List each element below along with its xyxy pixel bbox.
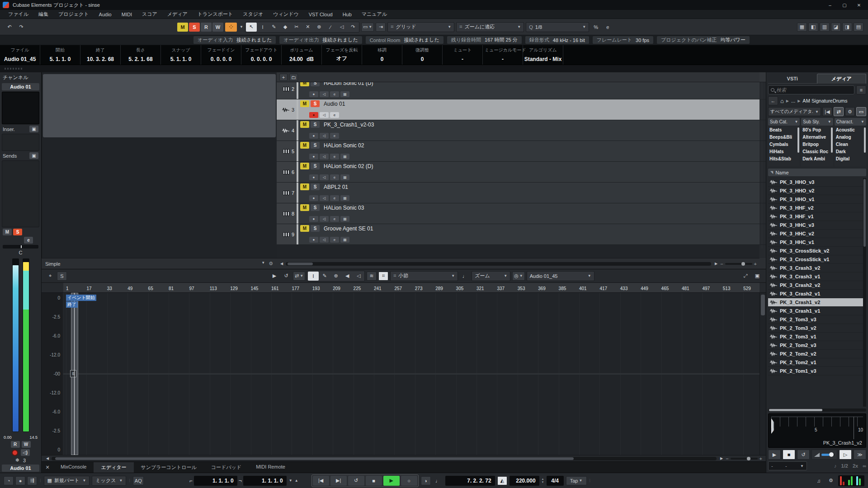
pan-value[interactable]: C xyxy=(2,250,39,255)
media-file-row[interactable]: PK_2_Tom1_v3 xyxy=(768,367,866,375)
track-row[interactable]: 7 M S ABPL2 01 ● xyxy=(277,183,760,203)
menu-item[interactable]: トランスポート xyxy=(193,10,238,19)
lower-zone-tab[interactable]: MixConsole xyxy=(53,462,94,473)
status-item[interactable]: Control Room 接続されました xyxy=(366,36,443,44)
channel-name-button[interactable]: Audio 01 xyxy=(2,465,39,472)
zoom-out-icon[interactable]: − xyxy=(720,261,723,267)
track-solo-button[interactable]: S xyxy=(311,204,320,211)
transport-mode-icon[interactable]: ⇶ xyxy=(27,476,37,485)
tool-button[interactable]: ↖ xyxy=(246,23,257,32)
transport-button[interactable]: ○ xyxy=(401,476,417,486)
info-field[interactable]: フェーズを反転 オフ xyxy=(322,45,362,65)
tool-button[interactable]: ⊕ xyxy=(314,23,325,32)
preroll-icon[interactable]: ◑ xyxy=(421,476,431,485)
zoom-in-icon[interactable]: + xyxy=(754,261,757,267)
breadcrumb-ellipsis[interactable]: ... xyxy=(791,98,795,103)
project-vertical-scrollbar[interactable] xyxy=(42,72,277,258)
transport-setup-icon[interactable]: ⚙ xyxy=(826,476,836,485)
scrollbar-thumb[interactable] xyxy=(43,74,276,137)
tool-button[interactable]: ✕ xyxy=(302,23,313,32)
track-mute-button[interactable]: M xyxy=(300,142,309,149)
automation-button[interactable]: S xyxy=(189,23,200,32)
tape-icon[interactable]: ∞ xyxy=(863,463,866,469)
iterative-quantize-icon[interactable]: % xyxy=(591,23,601,32)
snap-type-dropdown[interactable]: ⌗ グリッド ▼ xyxy=(387,22,454,32)
track-solo-button[interactable]: S xyxy=(311,142,320,149)
lower-zone-tab[interactable]: エディター xyxy=(94,462,133,473)
media-file-row[interactable]: PK_2_Tom3_v1 xyxy=(768,333,866,341)
mini-scrollbar[interactable] xyxy=(864,127,866,153)
track-monitor-button[interactable]: ◁ xyxy=(320,174,329,180)
preview-stop-button[interactable]: ■ xyxy=(783,450,795,460)
punch-out-icon[interactable]: ▲ xyxy=(295,479,298,483)
editor-tool-button[interactable]: ✎ xyxy=(319,272,330,281)
track-solo-button[interactable]: S xyxy=(311,225,320,232)
filter-column-header[interactable]: Sub Sty.▼ xyxy=(801,118,833,126)
channel-solo-button[interactable]: S xyxy=(13,229,22,235)
info-field[interactable]: スナップ 5. 1. 1. 0 xyxy=(161,45,201,65)
midi-activity-icon[interactable]: ♫ xyxy=(814,476,824,485)
media-file-row[interactable]: PK_3_Crash3_v1 xyxy=(768,272,866,281)
media-file-row[interactable]: PK_2_Tom2_v2 xyxy=(768,350,866,358)
sends-panel[interactable] xyxy=(2,160,39,227)
right-locator-value[interactable]: 1. 1. 1. 0 xyxy=(243,476,287,486)
track-solo-button[interactable]: S xyxy=(311,100,320,107)
tap-tempo-button[interactable]: Tap▼ xyxy=(566,476,587,485)
autoplay-button[interactable]: ▷ xyxy=(839,450,852,460)
zone-toggle-icon[interactable]: ▥ xyxy=(820,23,830,32)
position-display[interactable]: 7. 2. 2. 72 xyxy=(445,476,495,486)
editor-tool-button[interactable]: I xyxy=(308,272,319,281)
info-field[interactable]: ボリューム 24.00dB xyxy=(282,45,322,65)
filter-action-icon[interactable]: ⇄ xyxy=(834,107,844,116)
tool-button[interactable]: ◆ xyxy=(280,23,291,32)
transport-button[interactable]: ▶ xyxy=(383,476,400,486)
info-field[interactable]: ミュート - xyxy=(443,45,483,65)
lower-zone-tab[interactable]: サンプラーコントロール xyxy=(134,462,204,473)
info-field[interactable]: アルゴリズム Standard - Mix xyxy=(523,45,563,65)
status-item[interactable]: 録音形式 48 kHz - 16 bit xyxy=(525,36,589,44)
menu-item[interactable]: Audio xyxy=(94,11,116,18)
track-row[interactable]: 4 M S PK_3_Crash1_v2-03 ● xyxy=(277,120,760,141)
info-field[interactable]: 開始 5. 1. 1. 0 xyxy=(40,45,80,65)
list-view-icon[interactable]: ≡ xyxy=(856,85,866,94)
monitor-button[interactable]: ◁) xyxy=(21,449,30,456)
status-item[interactable]: オーディオ出力 接続されました xyxy=(279,36,362,44)
zone-toggle-icon[interactable]: ◨ xyxy=(842,23,852,32)
editor-tool-button[interactable]: ◁ xyxy=(353,272,364,281)
track-row[interactable]: 3 M S Audio 01 ● xyxy=(277,99,760,120)
filter-item[interactable]: Alternative xyxy=(801,134,830,141)
channel-edit-button[interactable]: e xyxy=(24,237,33,244)
track-edit-button[interactable]: e xyxy=(330,112,339,118)
media-file-row[interactable]: PK_2_Tom3_v3 xyxy=(768,315,866,324)
track-name[interactable]: ABPL2 01 xyxy=(324,184,348,190)
double-speed-label[interactable]: 2x xyxy=(853,463,858,469)
editor-play-icon[interactable]: ▶ xyxy=(269,272,279,281)
filter-item[interactable]: 80's Pop xyxy=(801,127,830,134)
track-edit-button[interactable]: e xyxy=(330,174,339,180)
timeline-ruler[interactable]: 1357911131517192123252729 xyxy=(760,72,766,82)
menu-item[interactable]: プロジェクト xyxy=(54,10,94,19)
scrollbar-thumb[interactable] xyxy=(761,295,765,315)
track-monitor-button[interactable]: ◁ xyxy=(320,91,329,97)
track-monitor-button[interactable]: ◁ xyxy=(320,112,329,118)
time-signature[interactable]: 4/4 xyxy=(547,476,564,486)
zone-toggle-icon[interactable]: ◧ xyxy=(808,23,818,32)
event-display[interactable]: 5. 1. 1. 0 (長さ: 5. 2. 1. 68) HALion Soni… xyxy=(760,82,766,258)
menu-item[interactable]: 編集 xyxy=(34,10,53,19)
track-name[interactable]: HALion Sonic 02 xyxy=(324,142,364,149)
minimize-button[interactable]: – xyxy=(824,1,836,9)
filter-item[interactable]: Acoustic xyxy=(835,127,864,134)
media-file-row[interactable]: PK_2_Tom2_v3 xyxy=(768,341,866,350)
filter-item[interactable]: Analog xyxy=(835,134,864,141)
mix-dropdown[interactable]: ミックス ▼ xyxy=(92,476,126,486)
zoom-in-icon[interactable]: + xyxy=(760,456,762,461)
track-row[interactable]: 2 M S HALion Sonic 01 (D) ● xyxy=(277,82,760,99)
left-locator-value[interactable]: 1. 1. 1. 0 xyxy=(194,476,237,486)
track-record-button[interactable]: ● xyxy=(309,174,318,180)
track-mute-button[interactable]: M xyxy=(300,183,309,190)
gear-icon[interactable]: ⚙ xyxy=(269,261,273,267)
sends-rack-icon[interactable]: ▣ xyxy=(29,152,38,159)
media-search-box[interactable] xyxy=(768,85,854,94)
zone-toggle-icon[interactable]: ◪ xyxy=(831,23,841,32)
track-monitor-button[interactable]: ◁ xyxy=(320,237,329,243)
